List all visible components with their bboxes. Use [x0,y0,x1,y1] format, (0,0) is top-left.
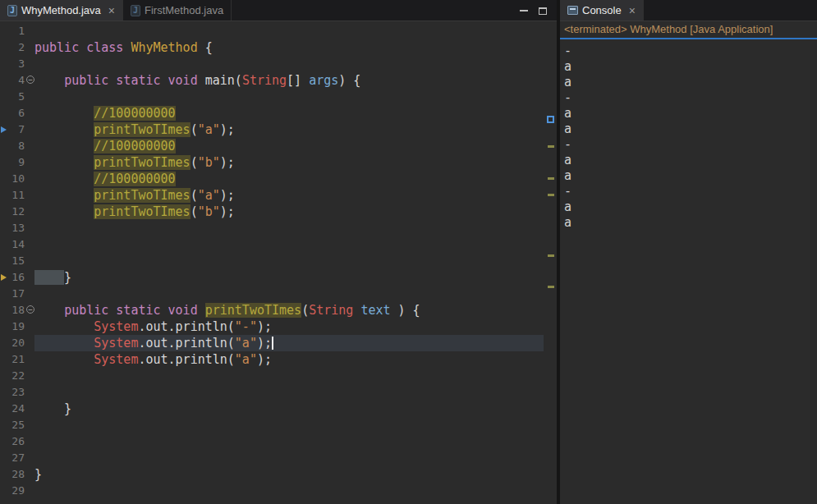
line-number[interactable]: 3 [8,56,25,72]
code-line[interactable]: 17 [0,286,557,302]
close-tab-icon[interactable]: × [108,5,115,16]
line-number[interactable]: 13 [8,220,25,236]
close-tab-icon[interactable]: × [629,5,636,16]
gutter-icon-slot [0,105,8,121]
code-line[interactable]: 4− public static void main(String[] args… [0,72,557,89]
tab-label: WhyMethod.java [21,4,101,16]
code-line[interactable]: 7 printTwoTImes("a"); [0,121,557,138]
gutter-icon-slot [0,138,8,154]
line-number[interactable]: 1 [8,23,25,39]
code-line[interactable]: 23 [0,384,557,401]
code-line[interactable]: 20 System.out.println("a"); [0,335,557,351]
minimize-view-icon[interactable] [520,10,528,11]
code-line[interactable]: 5 [0,89,557,105]
code-text: //100000000 [34,171,544,187]
fold-slot [25,220,34,236]
code-line[interactable]: 3 [0,56,557,72]
line-number[interactable]: 14 [8,236,25,253]
gutter-icon-slot [0,72,8,89]
fold-slot [25,286,34,302]
tab-firstmethod-java[interactable]: J FirstMethod.java [123,0,232,21]
line-number[interactable]: 26 [8,433,25,450]
console-output[interactable]: -aa-aa-aa-aa [560,39,817,504]
line-number[interactable]: 15 [8,253,25,269]
occurrence-marker-icon[interactable] [548,177,554,180]
code-text [34,433,544,450]
code-line[interactable]: 27 [0,450,557,466]
line-number[interactable]: 5 [8,89,25,105]
code-line[interactable]: 21 System.out.println("a"); [0,351,557,368]
line-number[interactable]: 2 [8,39,25,56]
line-number[interactable]: 8 [8,138,25,154]
code-line[interactable]: 19 System.out.println("-"); [0,318,557,335]
fold-marker-icon[interactable]: − [25,302,34,318]
code-line[interactable]: 8 //100000000 [0,138,557,154]
code-line[interactable]: 16 } [0,269,557,286]
code-line[interactable]: 12 printTwoTImes("b"); [0,204,557,220]
code-line[interactable]: 28} [0,466,557,483]
line-number[interactable]: 20 [8,335,25,351]
line-number[interactable]: 29 [8,483,25,499]
occurrence-marker-square-icon[interactable] [547,116,554,123]
line-number[interactable]: 28 [8,466,25,483]
line-number[interactable]: 19 [8,318,25,335]
maximize-view-icon[interactable] [539,7,547,15]
gutter-icon-slot [0,368,8,384]
gutter-icon-slot [0,302,8,318]
code-line[interactable]: 25 [0,417,557,433]
code-line[interactable]: 18− public static void printTwoTImes(Str… [0,302,557,318]
line-number[interactable]: 4 [8,72,25,89]
code-text [34,56,544,72]
line-number[interactable]: 21 [8,351,25,368]
code-line[interactable]: 15 [0,253,557,269]
code-line[interactable]: 24 } [0,401,557,417]
line-number[interactable]: 11 [8,187,25,204]
console-line: a [564,153,817,168]
code-line[interactable]: 26 [0,433,557,450]
line-number[interactable]: 25 [8,417,25,433]
console-pane: Console × <terminated> WhyMethod [Java A… [560,0,817,504]
code-text [34,384,544,401]
fold-slot [25,466,34,483]
line-number[interactable]: 27 [8,450,25,466]
occurrence-marker-icon[interactable] [548,194,554,196]
occurrence-marker-icon[interactable] [548,254,554,257]
line-number[interactable]: 22 [8,368,25,384]
line-number[interactable]: 18 [8,302,25,318]
fold-marker-icon[interactable]: − [25,72,34,89]
line-number[interactable]: 16 [8,269,25,286]
line-number[interactable]: 9 [8,154,25,171]
code-line[interactable]: 2public class WhyMethod { [0,39,557,56]
occurrence-marker-icon[interactable] [548,145,554,148]
code-line[interactable]: 6 //100000000 [0,105,557,121]
gutter-icon-slot [0,401,8,417]
code-line[interactable]: 9 printTwoTImes("b"); [0,154,557,171]
line-number[interactable]: 7 [8,121,25,138]
code-line[interactable]: 14 [0,236,557,253]
editor-pane: J WhyMethod.java × J FirstMethod.java 12… [0,0,557,504]
line-number[interactable]: 24 [8,401,25,417]
line-number[interactable]: 10 [8,171,25,187]
fold-slot [25,269,34,286]
tab-whymethod-java[interactable]: J WhyMethod.java × [0,0,123,21]
code-text [34,417,544,433]
line-number[interactable]: 12 [8,204,25,220]
occurrence-marker-icon[interactable] [548,286,554,288]
code-line[interactable]: 10 //100000000 [0,171,557,187]
tab-console[interactable]: Console × [560,0,644,21]
code-line[interactable]: 11 printTwoTImes("a"); [0,187,557,204]
code-line[interactable]: 29 [0,483,557,499]
line-number[interactable]: 17 [8,286,25,302]
gutter-icon-slot [0,286,8,302]
gutter-icon-slot [0,351,8,368]
code-area[interactable]: 12public class WhyMethod {34− public sta… [0,23,557,499]
fold-slot [25,450,34,466]
line-number[interactable]: 23 [8,384,25,401]
code-text [34,253,544,269]
code-line[interactable]: 13 [0,220,557,236]
code-text: printTwoTImes("a"); [34,187,544,204]
code-text: public static void main(String[] args) { [34,72,544,89]
code-line[interactable]: 1 [0,23,557,39]
line-number[interactable]: 6 [8,105,25,121]
code-line[interactable]: 22 [0,368,557,384]
